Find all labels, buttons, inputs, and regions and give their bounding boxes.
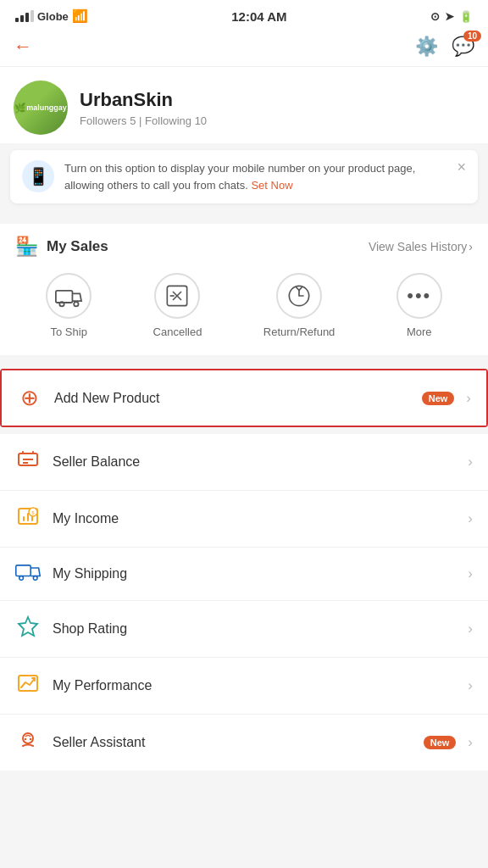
return-refund-item[interactable]: Return/Refund: [263, 273, 336, 338]
followers-label: Followers 5: [80, 114, 136, 127]
phone-icon: 📱: [22, 160, 54, 192]
divider-3: [0, 427, 488, 434]
more-item[interactable]: ••• More: [396, 273, 442, 338]
profile-info: UrbanSkin Followers 5 | Following 10: [80, 89, 207, 127]
to-ship-icon: [46, 273, 92, 319]
sales-icon: 🏪: [15, 236, 38, 258]
seller-balance-label: Seller Balance: [53, 454, 456, 470]
wifi-icon: 📶: [72, 8, 88, 24]
signal-icon: [15, 10, 34, 22]
svg-rect-14: [16, 565, 30, 576]
my-performance-label: My Performance: [53, 678, 456, 693]
svg-point-1: [60, 302, 64, 306]
divider-1: [0, 210, 488, 217]
battery-icon: 🔋: [459, 10, 473, 23]
seller-balance-chevron: ›: [468, 453, 473, 470]
svg-point-2: [74, 302, 78, 306]
my-sales-header: 🏪 My Sales View Sales History ›: [15, 236, 473, 258]
set-now-link[interactable]: Set Now: [251, 179, 292, 192]
settings-icon[interactable]: ⚙️: [415, 36, 438, 58]
stat-separator: |: [139, 114, 141, 127]
svg-marker-17: [19, 617, 37, 636]
my-sales-title: 🏪 My Sales: [15, 236, 108, 258]
seller-assistant-icon: [15, 729, 41, 756]
return-refund-label: Return/Refund: [263, 326, 336, 338]
my-sales-section: 🏪 My Sales View Sales History › To Ship: [0, 224, 488, 355]
shop-rating-label: Shop Rating: [53, 621, 456, 637]
return-refund-icon: [276, 273, 322, 319]
shop-rating-icon: [15, 615, 41, 643]
seller-assistant-label: Seller Assistant: [53, 735, 407, 750]
carrier-label: Globe: [37, 10, 69, 23]
cancelled-label: Cancelled: [153, 326, 202, 338]
my-shipping-chevron: ›: [468, 565, 473, 582]
my-income-icon: $: [15, 505, 41, 532]
divider-2: [0, 355, 488, 362]
to-ship-label: To Ship: [51, 326, 87, 338]
notification-close[interactable]: ×: [457, 159, 466, 176]
add-product-item[interactable]: ⊕ Add New Product New ›: [2, 370, 486, 426]
add-product-badge: New: [422, 392, 455, 405]
svg-point-16: [33, 576, 37, 581]
profile-stats: Followers 5 | Following 10: [80, 114, 207, 127]
shop-name: UrbanSkin: [80, 89, 207, 111]
my-shipping-icon: [15, 562, 41, 586]
more-icon: •••: [396, 273, 442, 319]
sales-icons-row: To Ship Cancelled: [15, 270, 473, 343]
shop-rating-item[interactable]: Shop Rating ›: [0, 601, 488, 658]
target-icon: ⊙: [430, 10, 440, 23]
seller-assistant-chevron: ›: [468, 734, 473, 751]
avatar: 🌿malunggay: [14, 81, 68, 135]
chat-icon[interactable]: 💬 10: [452, 36, 474, 58]
add-product-chevron: ›: [466, 390, 471, 407]
my-shipping-item[interactable]: My Shipping ›: [0, 548, 488, 601]
my-performance-icon: [15, 672, 41, 699]
seller-balance-icon: [15, 448, 41, 476]
chevron-right-icon: ›: [469, 240, 473, 253]
my-income-chevron: ›: [468, 510, 473, 527]
status-right: ⊙ ➤ 🔋: [430, 10, 473, 23]
my-performance-item[interactable]: My Performance ›: [0, 658, 488, 715]
back-button[interactable]: ←: [14, 36, 32, 58]
add-product-icon: ⊕: [17, 385, 42, 411]
my-income-label: My Income: [53, 511, 456, 526]
notification-text: Turn on this option to display your mobi…: [64, 160, 446, 193]
seller-balance-item[interactable]: Seller Balance ›: [0, 434, 488, 491]
seller-assistant-badge: New: [424, 736, 457, 749]
shop-rating-chevron: ›: [468, 620, 473, 637]
cancelled-item[interactable]: Cancelled: [153, 273, 202, 338]
cancelled-icon: [154, 273, 200, 319]
menu-list: Seller Balance › $ My Income › My Shippi…: [0, 434, 488, 771]
status-left: Globe 📶: [15, 8, 88, 24]
top-nav-right: ⚙️ 💬 10: [415, 36, 474, 58]
my-performance-chevron: ›: [468, 677, 473, 694]
avatar-image: 🌿malunggay: [14, 81, 68, 135]
more-label: More: [407, 326, 432, 338]
svg-point-15: [19, 576, 24, 581]
location-icon: ➤: [445, 10, 454, 23]
status-bar: Globe 📶 12:04 AM ⊙ ➤ 🔋: [0, 0, 488, 29]
to-ship-item[interactable]: To Ship: [46, 273, 92, 338]
my-income-item[interactable]: $ My Income ›: [0, 491, 488, 548]
profile-section: 🌿malunggay UrbanSkin Followers 5 | Follo…: [0, 67, 488, 143]
top-nav: ← ⚙️ 💬 10: [0, 29, 488, 67]
my-shipping-label: My Shipping: [53, 566, 456, 581]
view-history-link[interactable]: View Sales History ›: [369, 240, 473, 253]
notification-banner: 📱 Turn on this option to display your mo…: [10, 150, 478, 203]
add-product-label: Add New Product: [54, 391, 405, 406]
add-product-row: ⊕ Add New Product New ›: [0, 369, 488, 427]
seller-assistant-item[interactable]: Seller Assistant New ›: [0, 715, 488, 771]
following-label: Following 10: [145, 114, 207, 127]
chat-badge: 10: [463, 31, 481, 42]
svg-rect-0: [56, 291, 73, 303]
status-time: 12:04 AM: [231, 9, 286, 24]
